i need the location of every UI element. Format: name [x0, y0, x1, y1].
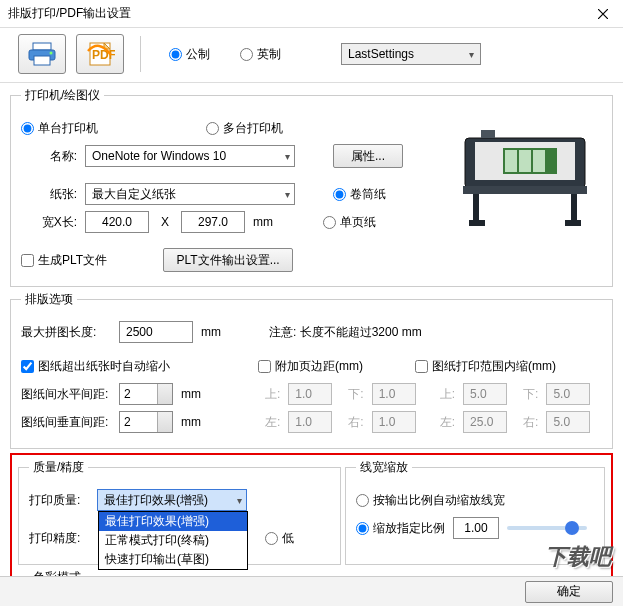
close-button[interactable] — [583, 0, 623, 28]
inner-bottom-input: 5.0 — [546, 383, 590, 405]
margin-top-input: 1.0 — [288, 383, 332, 405]
printer-illustration — [445, 120, 605, 230]
quality-option-0[interactable]: 最佳打印效果(增强) — [99, 512, 247, 531]
height-input[interactable]: 297.0 — [181, 211, 245, 233]
precision-low-radio[interactable]: 低 — [265, 530, 294, 547]
multi-printer-radio[interactable]: 多台打印机 — [206, 120, 283, 137]
inner-bottom-label: 下: — [523, 386, 538, 403]
inner-right-input: 5.0 — [546, 411, 590, 433]
print-quality-select[interactable]: 最佳打印效果(增强) 最佳打印效果(增强) 正常模式打印(终稿) 快速打印输出(… — [97, 489, 247, 511]
wxh-label: 宽X长: — [21, 214, 77, 231]
margin-right-input: 1.0 — [372, 411, 416, 433]
linewidth-auto-radio[interactable]: 按输出比例自动缩放线宽 — [356, 492, 505, 509]
svg-rect-15 — [469, 220, 485, 226]
units-imperial-radio[interactable]: 英制 — [240, 46, 281, 63]
mm-label: mm — [253, 215, 273, 229]
inner-left-input: 25.0 — [463, 411, 507, 433]
gen-plt-checkbox[interactable]: 生成PLT文件 — [21, 252, 107, 269]
inner-shrink-checkbox[interactable]: 图纸打印范围内缩(mm) — [415, 358, 556, 375]
preset-select[interactable]: LastSettings — [341, 43, 481, 65]
roll-paper-radio[interactable]: 卷筒纸 — [333, 186, 386, 203]
margin-left-input: 1.0 — [288, 411, 332, 433]
single-printer-radio[interactable]: 单台打印机 — [21, 120, 98, 137]
margin-left-label: 左: — [265, 414, 280, 431]
quality-option-1[interactable]: 正常模式打印(终稿) — [99, 531, 247, 550]
units-metric-label: 公制 — [186, 46, 210, 63]
print-quality-dropdown[interactable]: 最佳打印效果(增强) 正常模式打印(终稿) 快速打印输出(草图) — [98, 511, 248, 570]
margin-bottom-label: 下: — [348, 386, 363, 403]
quality-legend: 质量/精度 — [29, 459, 88, 476]
margin-top-label: 上: — [265, 386, 280, 403]
paper-select[interactable]: 最大自定义纸张 — [85, 183, 295, 205]
margin-right-label: 右: — [348, 414, 363, 431]
units-metric-radio[interactable]: 公制 — [169, 46, 210, 63]
linewidth-ratio-input[interactable]: 1.00 — [453, 517, 499, 539]
properties-button[interactable]: 属性... — [333, 144, 403, 168]
svg-rect-0 — [33, 43, 51, 50]
add-margin-checkbox[interactable]: 附加页边距(mm) — [258, 358, 363, 375]
svg-rect-16 — [565, 220, 581, 226]
layout-legend: 排版选项 — [21, 291, 77, 308]
quality-option-2[interactable]: 快速打印输出(草图) — [99, 550, 247, 569]
hspace-spinner[interactable]: 2▲▼ — [119, 383, 173, 405]
max-collage-label: 最大拼图长度: — [21, 324, 111, 341]
units-imperial-label: 英制 — [257, 46, 281, 63]
svg-rect-10 — [519, 150, 531, 172]
linewidth-fixed-radio[interactable]: 缩放指定比例 — [356, 520, 445, 537]
inner-top-input: 5.0 — [463, 383, 507, 405]
quality-group: 质量/精度 打印质量: 最佳打印效果(增强) 最佳打印效果(增强) 正常模式打印… — [18, 459, 341, 565]
margin-bottom-input: 1.0 — [372, 383, 416, 405]
printer-icon — [27, 41, 57, 67]
slider-thumb[interactable] — [565, 521, 579, 535]
print-icon-button[interactable] — [18, 34, 66, 74]
vspace-spinner[interactable]: 2▲▼ — [119, 411, 173, 433]
layout-group: 排版选项 最大拼图长度: 2500 mm 注意: 长度不能超过3200 mm 图… — [10, 291, 613, 449]
width-input[interactable]: 420.0 — [85, 211, 149, 233]
mm-label-2: mm — [201, 325, 221, 339]
mm-label-3: mm — [181, 387, 201, 401]
svg-rect-12 — [463, 186, 587, 194]
toolbar-divider — [140, 36, 141, 72]
ok-button[interactable]: 确定 — [525, 581, 613, 603]
inner-top-label: 上: — [440, 386, 455, 403]
linewidth-legend: 线宽缩放 — [356, 459, 412, 476]
max-collage-input[interactable]: 2500 — [119, 321, 193, 343]
svg-rect-2 — [34, 56, 50, 65]
linewidth-group: 线宽缩放 按输出比例自动缩放线宽 缩放指定比例 1.00 — [345, 459, 605, 565]
svg-rect-14 — [571, 194, 577, 222]
svg-point-3 — [50, 52, 53, 55]
printer-name-select[interactable]: OneNote for Windows 10 — [85, 145, 295, 167]
pdf-icon: PDF — [85, 41, 115, 67]
print-precision-label: 打印精度: — [29, 530, 89, 547]
x-label: X — [161, 215, 169, 229]
max-collage-note: 注意: 长度不能超过3200 mm — [269, 324, 422, 341]
footer: 确定 — [0, 576, 623, 606]
mm-label-4: mm — [181, 415, 201, 429]
svg-rect-9 — [505, 150, 517, 172]
sheet-paper-radio[interactable]: 单页纸 — [323, 214, 376, 231]
hspace-label: 图纸间水平间距: — [21, 386, 111, 403]
linewidth-slider[interactable] — [507, 526, 587, 530]
inner-right-label: 右: — [523, 414, 538, 431]
plt-settings-button[interactable]: PLT文件输出设置... — [163, 248, 293, 272]
inner-left-label: 左: — [440, 414, 455, 431]
svg-rect-17 — [481, 130, 495, 138]
svg-rect-13 — [473, 194, 479, 222]
auto-shrink-checkbox[interactable]: 图纸超出纸张时自动缩小 — [21, 358, 170, 375]
svg-rect-11 — [533, 150, 545, 172]
vspace-label: 图纸间垂直间距: — [21, 414, 111, 431]
svg-text:PDF: PDF — [92, 48, 115, 62]
pdf-icon-button[interactable]: PDF — [76, 34, 124, 74]
printer-name-label: 名称: — [21, 148, 77, 165]
printer-legend: 打印机/绘图仪 — [21, 87, 104, 104]
paper-label: 纸张: — [21, 186, 77, 203]
window-title: 排版打印/PDF输出设置 — [8, 5, 131, 22]
print-quality-label: 打印质量: — [29, 492, 89, 509]
